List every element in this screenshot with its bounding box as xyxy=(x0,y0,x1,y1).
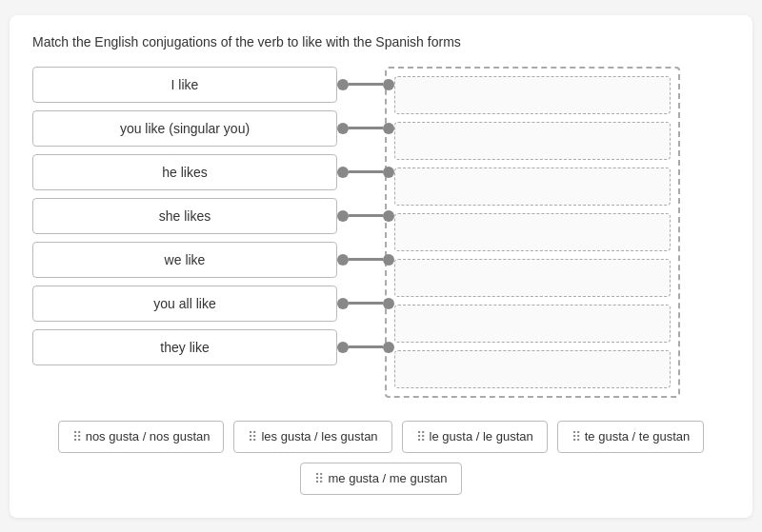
connector-6 xyxy=(337,338,394,357)
connector-dot-left-1 xyxy=(337,123,349,134)
connector-4 xyxy=(337,250,394,269)
chip-label-3: te gusta / te gustan xyxy=(585,429,691,443)
connector-dot-right-0 xyxy=(383,79,394,90)
connector-dot-right-6 xyxy=(383,342,394,353)
connector-dot-right-2 xyxy=(383,167,394,178)
right-slot-4[interactable] xyxy=(394,259,671,297)
chip-label-4: me gusta / me gustan xyxy=(328,471,447,485)
left-box-0[interactable]: I like xyxy=(32,67,337,103)
left-item-4: we like xyxy=(32,242,385,278)
left-item-6: they like xyxy=(32,329,385,365)
connector-1 xyxy=(337,119,394,138)
right-slot-1[interactable] xyxy=(394,122,671,160)
left-item-5: you all like xyxy=(32,286,385,322)
drag-icon-1: ⠿ xyxy=(248,429,255,444)
chip-label-1: les gusta / les gustan xyxy=(261,429,377,443)
connector-0 xyxy=(337,75,394,94)
answers-area: ⠿ nos gusta / nos gustan ⠿ les gusta / l… xyxy=(32,421,730,495)
connector-5 xyxy=(337,294,394,313)
connector-line-3 xyxy=(349,214,383,217)
main-container: Match the English conjugations of the ve… xyxy=(10,15,752,518)
connector-dot-right-3 xyxy=(383,210,394,222)
left-column: I like you like (singular you) he like xyxy=(32,67,385,365)
left-box-5[interactable]: you all like xyxy=(32,286,337,322)
right-column[interactable] xyxy=(385,67,680,398)
connector-dot-right-5 xyxy=(383,298,394,309)
connector-dot-left-4 xyxy=(337,254,349,266)
left-box-3[interactable]: she likes xyxy=(32,198,337,234)
left-box-1[interactable]: you like (singular you) xyxy=(32,110,337,147)
right-slot-2[interactable] xyxy=(394,167,671,206)
chip-les-gusta[interactable]: ⠿ les gusta / les gustan xyxy=(233,421,391,453)
drag-icon-3: ⠿ xyxy=(572,429,579,444)
drag-icon-2: ⠿ xyxy=(416,429,424,444)
connector-line-4 xyxy=(349,258,383,261)
connector-dot-right-1 xyxy=(383,123,394,134)
right-slot-5[interactable] xyxy=(394,305,671,343)
matching-area: I like you like (singular you) he like xyxy=(32,67,730,398)
left-box-6[interactable]: they like xyxy=(32,329,337,365)
drag-icon-4: ⠿ xyxy=(314,471,322,486)
left-box-4[interactable]: we like xyxy=(32,242,337,278)
connector-dot-left-6 xyxy=(337,342,349,353)
connector-line-0 xyxy=(349,83,383,86)
left-item-3: she likes xyxy=(32,198,385,234)
chip-le-gusta[interactable]: ⠿ le gusta / le gustan xyxy=(402,421,548,453)
connector-dot-right-4 xyxy=(383,254,394,266)
left-box-2[interactable]: he likes xyxy=(32,154,337,190)
answers-row-1: ⠿ nos gusta / nos gustan ⠿ les gusta / l… xyxy=(58,421,705,453)
chip-label-0: nos gusta / nos gustan xyxy=(86,429,211,443)
instructions-text: Match the English conjugations of the ve… xyxy=(32,34,730,49)
left-item-2: he likes xyxy=(32,154,385,190)
connector-3 xyxy=(337,207,394,226)
right-slot-6[interactable] xyxy=(394,350,671,388)
connector-line-5 xyxy=(349,302,383,305)
connector-dot-left-0 xyxy=(337,79,349,90)
chip-me-gusta[interactable]: ⠿ me gusta / me gustan xyxy=(300,463,461,495)
connector-2 xyxy=(337,163,394,182)
chip-label-2: le gusta / le gustan xyxy=(430,429,533,443)
drag-icon-0: ⠿ xyxy=(72,429,80,444)
answers-row-2: ⠿ me gusta / me gustan xyxy=(300,463,461,495)
chip-nos-gusta[interactable]: ⠿ nos gusta / nos gustan xyxy=(58,421,225,453)
connector-line-2 xyxy=(349,170,383,173)
right-slot-0[interactable] xyxy=(394,76,671,114)
connector-dot-left-3 xyxy=(337,210,349,222)
connector-dot-left-5 xyxy=(337,298,349,309)
connector-line-6 xyxy=(349,345,383,348)
left-item-1: you like (singular you) xyxy=(32,110,385,147)
connector-dot-left-2 xyxy=(337,167,349,178)
right-slot-3[interactable] xyxy=(394,213,671,251)
left-item-0: I like xyxy=(32,67,385,103)
chip-te-gusta[interactable]: ⠿ te gusta / te gustan xyxy=(557,421,705,453)
connector-line-1 xyxy=(349,127,383,129)
